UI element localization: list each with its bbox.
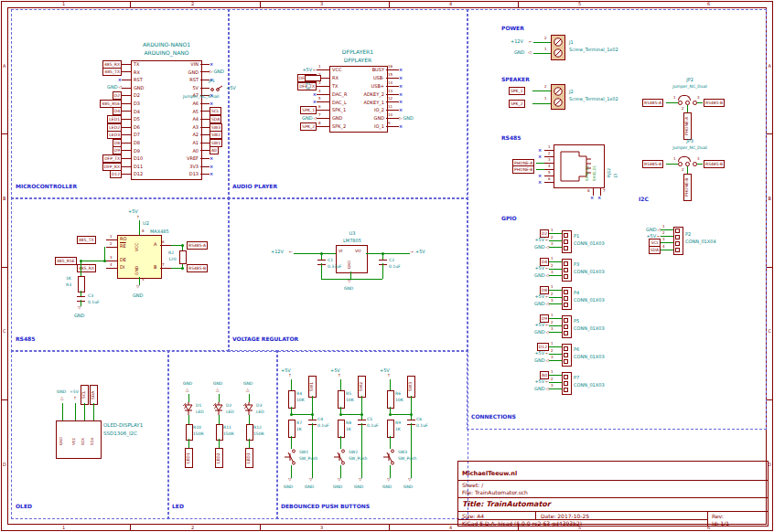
schematic-sheet: 1 2 3 4 5 6 1 2 3 4 5 6 A B C D A B C D … xyxy=(0,0,774,532)
net-label[interactable] xyxy=(210,101,213,106)
push-button-icon[interactable] xyxy=(382,449,397,465)
net-label[interactable]: SCL xyxy=(81,385,89,405)
net-label[interactable]: SPK_1 xyxy=(509,87,525,95)
pin-name: GND xyxy=(135,261,140,275)
net-label[interactable]: SW2 xyxy=(358,376,366,398)
net-label[interactable] xyxy=(399,76,403,80)
net-label[interactable]: A0 xyxy=(210,146,219,154)
net-label[interactable]: SW3 xyxy=(407,376,415,398)
net-label[interactable]: LED2 xyxy=(215,448,223,468)
net-label[interactable]: SDA xyxy=(90,385,98,405)
net-label[interactable] xyxy=(399,84,403,89)
net-label[interactable]: RS485-B xyxy=(704,99,725,107)
net-label[interactable]: SDA xyxy=(649,246,661,254)
resistor-r1[interactable] xyxy=(305,75,321,81)
resistor-r3[interactable] xyxy=(78,276,85,293)
resistor[interactable] xyxy=(288,420,296,438)
net-label[interactable]: 485_RSE xyxy=(55,257,77,265)
gpio-header[interactable]: D91 +5V2 GND3 P5 CONN_01X03 xyxy=(511,314,629,342)
net-label[interactable]: GND xyxy=(646,228,661,233)
pin-name: IO_2 xyxy=(356,106,384,114)
arduino-nano-symbol[interactable]: ARDUINO-NANO1 ARDUINO_NANO 485_RX 485_TX… xyxy=(81,42,282,188)
gpio-header[interactable]: D21 +5V2 GND3 P1 CONN_01X03 xyxy=(511,229,629,257)
screw-terminal-j2[interactable]: SPK_1 2 SPK_2 1 J2 Screw_Terminal_1x02 xyxy=(501,84,648,115)
net-label[interactable] xyxy=(210,62,213,67)
net-label[interactable]: RS485-A xyxy=(642,160,663,168)
net-label[interactable]: RS485-B xyxy=(704,160,725,168)
jumper-pin-icon[interactable] xyxy=(678,101,683,105)
led-icon[interactable] xyxy=(212,402,225,415)
jumper-jp3[interactable]: JP3 Jumper_NC_Dual RS485-A 1 3 2 RS485-B… xyxy=(642,139,761,199)
net-label[interactable]: +5V xyxy=(226,86,236,90)
net-label[interactable]: PHONE-A xyxy=(683,112,692,140)
oled-symbol[interactable]: GND +5V SCL SDA GND VCC SCK SDA OLED-DIS… xyxy=(50,379,174,466)
resistor[interactable] xyxy=(387,390,394,409)
screw-terminal-icon[interactable] xyxy=(551,84,565,110)
jumper-pin-icon[interactable] xyxy=(678,162,683,166)
net-label[interactable]: SPK_1 xyxy=(300,106,317,114)
net-label[interactable] xyxy=(399,108,403,112)
resistor[interactable] xyxy=(387,420,394,438)
net-label[interactable] xyxy=(399,68,403,72)
push-button-icon[interactable] xyxy=(333,449,348,465)
rj12-connector-j3[interactable]: 1 2 3 4 5 6 PHONE-A PHONE-B 8 7 SHIELD2 … xyxy=(512,139,631,205)
net-label[interactable]: PHONE-B xyxy=(683,174,692,201)
net-label[interactable]: RS485-B xyxy=(187,264,208,272)
net-label[interactable]: GND xyxy=(210,69,224,75)
rj12-icon[interactable] xyxy=(554,144,605,188)
led-icon[interactable] xyxy=(182,402,195,415)
net-label[interactable]: LED1 xyxy=(185,448,193,468)
i2c-header-p2[interactable]: GND1+5V2SCL3SDA4 P2 CONN_01X04 xyxy=(622,225,741,261)
pin-row: DFP_RX xyxy=(81,163,131,171)
max485-symbol[interactable]: +5V 8 U2 MAX485 VCC GND 1 2 3 4 RO RE DE… xyxy=(55,208,247,336)
jumper-value: Jumper_NC_Dual xyxy=(650,85,730,90)
push-button-icon[interactable] xyxy=(284,449,298,465)
net-label[interactable]: PHONE-B xyxy=(512,165,534,174)
resistor[interactable] xyxy=(338,420,345,438)
net-label[interactable]: D12 xyxy=(110,170,122,178)
dfplayer-symbol[interactable]: DFPLAYER1 DFPLAYER +5V 1 DFP_RX 2 DFP_TX… xyxy=(274,44,462,149)
wire xyxy=(219,394,220,402)
resistor[interactable] xyxy=(338,390,345,409)
screw-terminal-j1[interactable]: +12V 2 GND ◁ 1 J1 Screw_Terminal_1x02 xyxy=(501,35,648,66)
resistor[interactable] xyxy=(186,424,193,441)
net-label[interactable] xyxy=(210,165,213,169)
resistor[interactable] xyxy=(216,424,223,441)
resistor-r2[interactable] xyxy=(179,250,187,264)
net-label[interactable] xyxy=(399,92,403,97)
gpio-header[interactable]: A01 +5V2 GND3 P7 CONN_01X03 xyxy=(511,370,629,399)
gnd-flag-icon xyxy=(309,478,312,483)
section-label: RS485 xyxy=(16,336,35,342)
net-cell xyxy=(210,165,281,169)
net-label[interactable]: SW1 xyxy=(308,376,317,398)
net-label[interactable] xyxy=(399,100,403,104)
jumper-nc-small-icon[interactable] xyxy=(210,85,224,92)
net-label[interactable] xyxy=(210,156,213,161)
net-label[interactable] xyxy=(210,172,213,176)
net-label[interactable]: LED3 xyxy=(245,448,253,468)
pin-number: 2 xyxy=(551,321,554,325)
gpio-header[interactable]: D41 +5V2 GND3 P3 CONN_01X03 xyxy=(511,257,629,285)
net-label[interactable]: +5V xyxy=(302,68,317,73)
net-label[interactable]: RS485-A xyxy=(642,99,663,107)
net-label[interactable]: 485_TX xyxy=(102,68,122,76)
led-icon[interactable] xyxy=(242,402,255,415)
jumper-jp2[interactable]: JP2 Jumper_NC_Dual RS485-A 1 3 2 RS485-B… xyxy=(642,78,761,138)
resistor[interactable] xyxy=(246,424,253,441)
net-label[interactable]: GND xyxy=(107,85,122,90)
gpio-header[interactable]: D81 +5V2 GND3 P4 CONN_01X03 xyxy=(511,285,629,314)
junction-dot xyxy=(103,260,106,262)
net-label[interactable]: GND xyxy=(302,116,317,122)
resistor[interactable] xyxy=(288,390,296,409)
net-label[interactable] xyxy=(399,124,403,129)
net-cell: 485_TX xyxy=(81,68,122,76)
net-label[interactable]: SPK_2 xyxy=(509,100,525,108)
lm7805-symbol[interactable]: U3 LM7805 VI VO GND +12V C1 0.33uF C2 0.… xyxy=(265,229,430,306)
net-label[interactable]: SPK_2 xyxy=(300,122,317,131)
net-label[interactable]: GND xyxy=(399,116,414,122)
gpio-header[interactable]: D121 +5V2 GND3 P6 CONN_01X03 xyxy=(511,342,629,370)
screw-terminal-icon[interactable] xyxy=(551,35,565,60)
net-label[interactable]: 485_TX xyxy=(77,236,96,244)
button-column: +5V R4 10K SW1 C4 0.1uF R7 1K xyxy=(279,361,328,498)
net-label[interactable]: RS485-A xyxy=(187,241,208,250)
